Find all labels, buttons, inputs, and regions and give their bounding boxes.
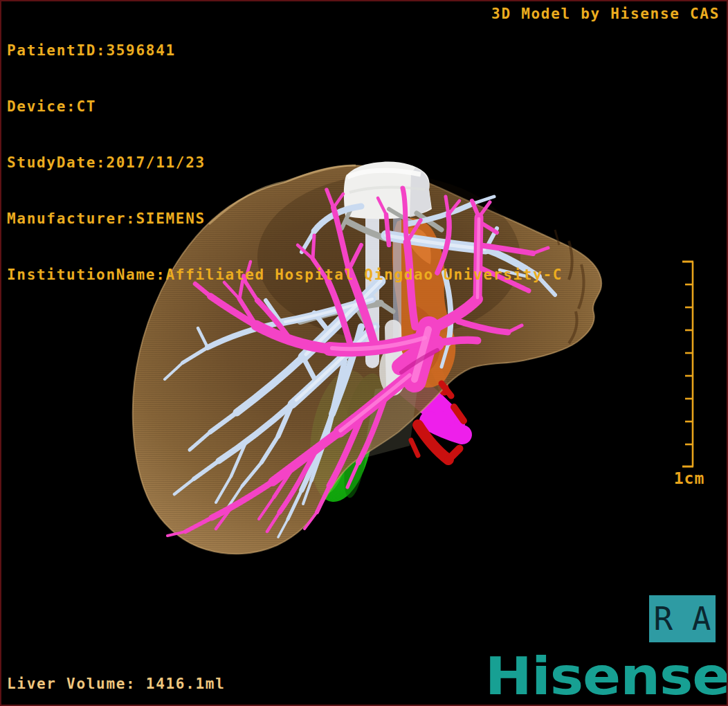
3d-model-viewer-window: PatientID:3596841 Device:CT StudyDate:20…: [0, 0, 728, 706]
liver-volume-text: Liver Volume: 1416.1ml: [7, 676, 226, 692]
scale-bar: [682, 262, 693, 467]
study-date-text: StudyDate:2017/11/23: [7, 154, 563, 172]
scale-bar-label: 1cm: [670, 469, 709, 487]
patient-info-header: PatientID:3596841 Device:CT StudyDate:20…: [7, 4, 563, 322]
orientation-marker-label: R A: [653, 600, 711, 637]
patient-id-text: PatientID:3596841: [7, 42, 563, 60]
orientation-marker: R A: [649, 595, 716, 642]
institution-text: InstitutionName:Affiliated Hospital Qing…: [7, 266, 563, 284]
manufacturer-text: Manufacturer:SIEMENS: [7, 210, 563, 228]
device-text: Device:CT: [7, 98, 563, 116]
hisense-logo: Hisense: [484, 651, 728, 702]
viewer-title: 3D Model by Hisense CAS: [491, 6, 720, 22]
